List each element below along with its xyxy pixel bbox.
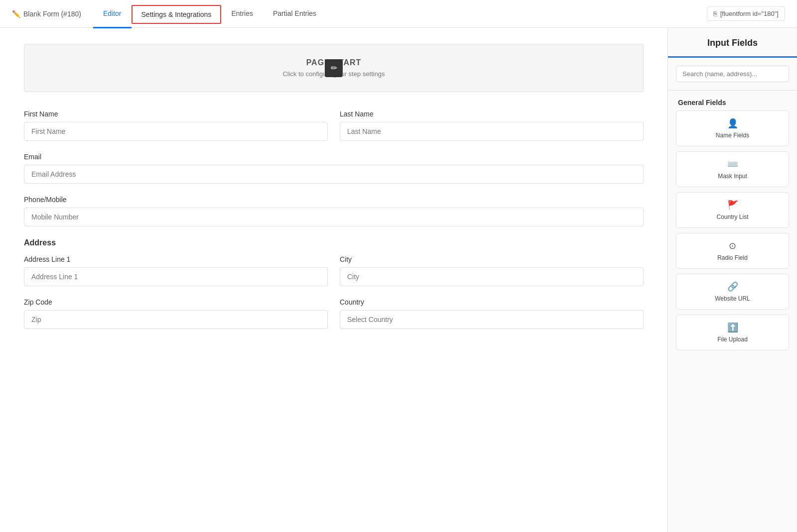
last-name-group: Last Name: [340, 110, 644, 141]
sidebar-item-radio-field[interactable]: ⊙ Radio Field: [676, 233, 789, 269]
radio-field-label: Radio Field: [717, 254, 748, 261]
phone-label: Phone/Mobile: [24, 196, 644, 204]
email-input[interactable]: [24, 165, 644, 184]
country-select[interactable]: [340, 310, 644, 329]
country-list-label: Country List: [716, 213, 748, 220]
country-group: Country: [340, 298, 644, 329]
phone-group: Phone/Mobile: [24, 196, 644, 226]
keyboard-icon: ⌨️: [727, 159, 738, 170]
form-title: ✏️ Blank Form (#180): [12, 10, 81, 18]
sidebar-search-area: [668, 58, 797, 91]
city-label: City: [340, 255, 644, 263]
website-url-label: Website URL: [715, 295, 750, 302]
edit-icon: ✏: [325, 59, 343, 77]
email-row: Email: [24, 153, 644, 184]
name-fields-label: Name Fields: [716, 132, 749, 139]
link-icon: 🔗: [727, 281, 738, 292]
address-line1-group: Address Line 1: [24, 255, 328, 286]
main-layout: PAGE START Click to configure your step …: [0, 28, 797, 532]
tab-partial-entries[interactable]: Partial Entries: [263, 0, 326, 28]
person-icon: 👤: [727, 118, 738, 129]
mask-input-label: Mask Input: [718, 173, 747, 180]
sidebar-item-file-upload[interactable]: ⬆️ File Upload: [676, 315, 789, 350]
top-navigation: ✏️ Blank Form (#180) Editor Settings & I…: [0, 0, 797, 28]
sidebar-item-name-fields[interactable]: 👤 Name Fields: [676, 110, 789, 146]
country-label: Country: [340, 298, 644, 306]
zip-label: Zip Code: [24, 298, 328, 306]
right-sidebar: Input Fields General Fields 👤 Name Field…: [667, 28, 797, 532]
address-row-1: Address Line 1 City: [24, 255, 644, 286]
radio-icon: ⊙: [729, 240, 736, 251]
form-icon: ✏️: [12, 10, 20, 18]
address-row-2: Zip Code Country: [24, 298, 644, 329]
address-line1-label: Address Line 1: [24, 255, 328, 263]
upload-icon: ⬆️: [727, 322, 738, 333]
first-name-group: First Name: [24, 110, 328, 141]
file-upload-label: File Upload: [717, 336, 748, 343]
shortcode-icon: ⎘: [713, 10, 717, 17]
sidebar-title: Input Fields: [678, 38, 787, 48]
last-name-input[interactable]: [340, 122, 644, 141]
sidebar-header: Input Fields: [668, 28, 797, 58]
zip-input[interactable]: [24, 310, 328, 329]
shortcode-button[interactable]: ⎘ [fluentform id="180"]: [707, 6, 785, 21]
last-name-label: Last Name: [340, 110, 644, 118]
zip-group: Zip Code: [24, 298, 328, 329]
phone-row: Phone/Mobile: [24, 196, 644, 226]
city-input[interactable]: [340, 267, 644, 286]
sidebar-search-input[interactable]: [676, 66, 789, 82]
address-section-label: Address: [24, 238, 644, 247]
phone-input[interactable]: [24, 208, 644, 226]
nav-tabs: Editor Settings & Integrations Entries P…: [93, 0, 703, 28]
editor-area: PAGE START Click to configure your step …: [0, 28, 667, 532]
sidebar-item-country-list[interactable]: 🚩 Country List: [676, 192, 789, 228]
address-line1-input[interactable]: [24, 267, 328, 286]
page-start-banner[interactable]: PAGE START Click to configure your step …: [24, 44, 644, 92]
tab-entries[interactable]: Entries: [221, 0, 263, 28]
email-group: Email: [24, 153, 644, 184]
first-name-label: First Name: [24, 110, 328, 118]
name-row: First Name Last Name: [24, 110, 644, 141]
sidebar-item-mask-input[interactable]: ⌨️ Mask Input: [676, 151, 789, 187]
tab-settings[interactable]: Settings & Integrations: [132, 5, 222, 24]
flag-icon: 🚩: [727, 200, 738, 211]
first-name-input[interactable]: [24, 122, 328, 141]
city-group: City: [340, 255, 644, 286]
tab-editor[interactable]: Editor: [93, 0, 132, 28]
general-fields-label: General Fields: [668, 91, 797, 110]
sidebar-item-website-url[interactable]: 🔗 Website URL: [676, 274, 789, 310]
sidebar-items-list: 👤 Name Fields ⌨️ Mask Input 🚩 Country Li…: [668, 110, 797, 350]
email-label: Email: [24, 153, 644, 161]
